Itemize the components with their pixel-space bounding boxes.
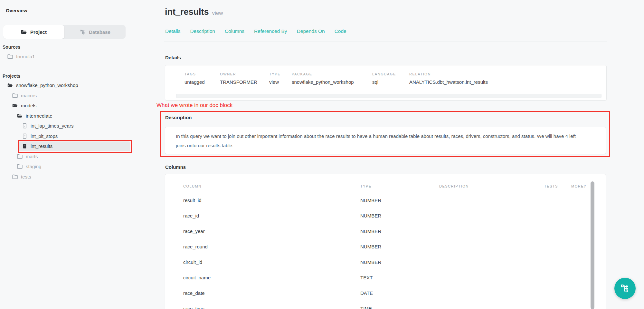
cell-type: NUMBER	[360, 198, 439, 203]
details-card: TAGSuntaggedOWNERTRANSFORMERTYPEviewPACK…	[165, 65, 607, 101]
tab-code[interactable]: Code	[335, 28, 346, 34]
cell-type: NUMBER	[360, 228, 439, 234]
tree-item-int_lap_times_years[interactable]: int_lap_times_years	[0, 121, 133, 131]
cell-type: NUMBER	[360, 213, 439, 218]
columns-table-header: COLUMNTYPEDESCRIPTIONTESTSMORE?	[165, 174, 606, 188]
description-card: In this query we want to join out other …	[165, 127, 606, 154]
tab-referenced-by[interactable]: Referenced By	[254, 28, 287, 34]
annotation-text: What we wrote in our doc block	[156, 102, 232, 109]
cell-name: race_year	[183, 228, 360, 234]
field-value: sql	[372, 79, 409, 85]
tree-item-macros[interactable]: macros	[0, 91, 133, 101]
tree-item-int_results[interactable]: int_results	[0, 141, 133, 151]
tree-item-intermediate[interactable]: intermediate	[0, 111, 133, 121]
folder-open-icon	[12, 103, 18, 108]
sources-list: formula1	[0, 52, 133, 62]
table-row-circuit_id[interactable]: circuit_idNUMBER	[183, 254, 606, 270]
details-field-package: PACKAGEsnowflake_python_workshop	[292, 72, 372, 85]
file-icon	[22, 133, 27, 139]
field-value: ANALYTICS.dbt_hwatson.int_results	[409, 79, 488, 85]
tree-item-label: intermediate	[26, 113, 52, 119]
column-header-description: DESCRIPTION	[439, 184, 544, 188]
page-title: int_results view	[165, 7, 223, 17]
tab-depends-on[interactable]: Depends On	[297, 28, 325, 34]
tree-item-label: tests	[21, 174, 31, 179]
database-tree-icon	[80, 29, 86, 35]
field-value: TRANSFORMER	[220, 79, 269, 85]
columns-table-body: result_idNUMBERrace_idNUMBERrace_yearNUM…	[165, 192, 606, 309]
folder-icon	[7, 54, 13, 59]
details-field-tags: TAGSuntagged	[185, 72, 220, 85]
cell-name: race_round	[183, 244, 360, 249]
table-row-race_round[interactable]: race_roundNUMBER	[183, 239, 606, 254]
tab-details[interactable]: Details	[165, 28, 180, 34]
tree-item-tests[interactable]: tests	[0, 172, 133, 182]
description-heading: Description	[165, 115, 192, 120]
column-header-column: COLUMN	[183, 184, 360, 188]
sources-label: Sources	[3, 44, 20, 50]
view-toggle: Project Database	[3, 25, 126, 39]
model-name: int_results	[165, 7, 209, 17]
model-type-label: view	[212, 10, 223, 16]
cell-name: race_id	[183, 213, 360, 218]
overview-label: Overview	[6, 8, 27, 13]
details-footer-strip	[176, 94, 601, 98]
table-row-race_id[interactable]: race_idNUMBER	[183, 208, 606, 223]
cell-type: NUMBER	[360, 244, 439, 249]
field-label: TAGS	[185, 72, 220, 76]
field-value: untagged	[185, 79, 220, 85]
cell-type: TIME	[360, 306, 439, 309]
cell-name: result_id	[183, 198, 360, 203]
tree-item-label: formula1	[16, 54, 35, 59]
tree-item-label: staging	[26, 164, 41, 169]
field-label: RELATION	[409, 72, 488, 76]
tree-item-staging[interactable]: staging	[0, 161, 133, 172]
columns-scrollbar-thumb[interactable]	[591, 181, 594, 309]
project-tree: snowflake_python_workshopmacrosmodelsint…	[0, 80, 133, 182]
cell-type: DATE	[360, 290, 439, 296]
tab-columns[interactable]: Columns	[225, 28, 244, 34]
tab-bar: DetailsDescriptionColumnsReferenced ByDe…	[165, 28, 346, 34]
details-field-owner: OWNERTRANSFORMER	[220, 72, 269, 85]
field-label: LANGUAGE	[372, 72, 409, 76]
tab-description[interactable]: Description	[190, 28, 215, 34]
field-value: view	[269, 79, 292, 85]
details-fields: TAGSuntaggedOWNERTRANSFORMERTYPEviewPACK…	[165, 65, 606, 85]
folder-icon	[17, 154, 23, 159]
table-row-race_time[interactable]: race_timeTIME	[183, 301, 606, 309]
tree-item-label: int_lap_times_years	[31, 123, 73, 129]
table-row-race_date[interactable]: race_dateDATE	[183, 285, 606, 301]
tree-item-label: int_results	[31, 143, 52, 149]
project-toggle-button[interactable]: Project	[3, 25, 64, 39]
table-row-race_year[interactable]: race_yearNUMBER	[183, 223, 606, 239]
table-row-circuit_name[interactable]: circuit_nameTEXT	[183, 270, 606, 285]
header-divider	[164, 42, 607, 42]
details-field-relation: RELATIONANALYTICS.dbt_hwatson.int_result…	[409, 72, 488, 85]
columns-card: COLUMNTYPEDESCRIPTIONTESTSMORE? result_i…	[165, 174, 606, 309]
cell-type: TEXT	[360, 275, 439, 280]
database-toggle-button[interactable]: Database	[64, 25, 126, 39]
tree-item-label: marts	[26, 154, 38, 159]
tree-item-formula1[interactable]: formula1	[0, 52, 133, 62]
tree-item-marts[interactable]: marts	[0, 151, 133, 162]
tree-item-snowflake_python_workshop[interactable]: snowflake_python_workshop	[0, 80, 133, 91]
table-row-result_id[interactable]: result_idNUMBER	[183, 192, 606, 208]
cell-name: race_time	[183, 306, 360, 309]
column-header-more: MORE?	[571, 184, 606, 188]
tree-item-models[interactable]: models	[0, 101, 133, 111]
lineage-icon	[620, 284, 630, 293]
field-label: PACKAGE	[292, 72, 372, 76]
tree-item-int_pit_stops[interactable]: int_pit_stops	[0, 131, 133, 141]
folder-icon	[17, 164, 23, 169]
projects-label: Projects	[3, 73, 20, 79]
cell-type: NUMBER	[360, 259, 439, 265]
field-value: snowflake_python_workshop	[292, 79, 372, 85]
lineage-fab-button[interactable]	[614, 278, 636, 299]
field-label: TYPE	[269, 72, 292, 76]
cell-name: circuit_name	[183, 275, 360, 280]
details-field-language: LANGUAGEsql	[372, 72, 409, 85]
column-header-type: TYPE	[360, 184, 439, 188]
folder-open-icon	[17, 113, 23, 119]
database-toggle-label: Database	[89, 29, 110, 35]
folder-icon	[12, 93, 18, 98]
